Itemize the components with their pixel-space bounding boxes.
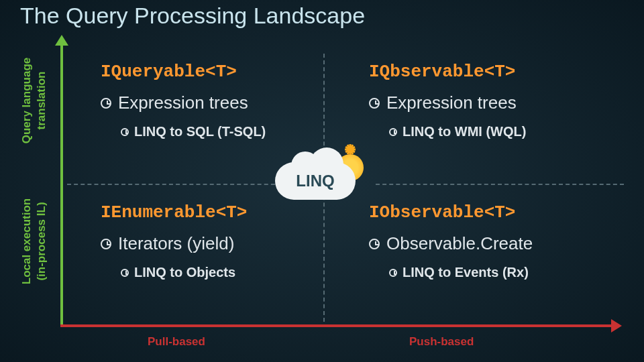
clock-icon (369, 98, 380, 109)
sub-text: LINQ to Objects (121, 265, 247, 280)
y-axis-label-top-line2: translation (35, 34, 48, 168)
main-label: Observable.Create (386, 233, 533, 254)
linq-cloud: LINQ (275, 162, 356, 200)
interface-iqueryable: IQueryable<T> (101, 62, 266, 82)
clock-icon (369, 239, 380, 249)
quadrant-top-left: IQueryable<T> Expression trees LINQ to S… (101, 62, 266, 139)
horizontal-divider-right (376, 184, 624, 185)
sub-label: LINQ to SQL (T-SQL) (134, 124, 266, 139)
y-axis (60, 44, 63, 326)
clock-icon (389, 269, 397, 277)
clock-icon (121, 269, 129, 277)
interface-iqbservable: IQbservable<T> (369, 62, 526, 82)
slide-title: The Query Processing Landscape (20, 3, 365, 29)
linq-label: LINQ (296, 172, 334, 190)
quadrant-top-right: IQbservable<T> Expression trees LINQ to … (369, 62, 526, 139)
y-axis-label-bottom-line2: (in-process IL) (35, 174, 48, 308)
sub-label: LINQ to Events (Rx) (402, 265, 529, 280)
sub-text: LINQ to Events (Rx) (389, 265, 533, 280)
clock-icon (389, 128, 397, 136)
quadrant-bottom-left: IEnumerable<T> Iterators (yield) LINQ to… (101, 202, 247, 280)
clock-icon (101, 98, 111, 109)
y-axis-label-top-line1: Query language (20, 34, 34, 168)
y-axis-label-bottom-line1: Local execution (20, 174, 34, 308)
main-text: Observable.Create (369, 233, 533, 254)
interface-ienumerable: IEnumerable<T> (101, 202, 247, 223)
main-label: Expression trees (386, 93, 517, 113)
main-label: Iterators (yield) (118, 233, 234, 254)
sub-label: LINQ to WMI (WQL) (402, 124, 526, 139)
quadrant-bottom-right: IObservable<T> Observable.Create LINQ to… (369, 202, 533, 280)
x-axis (60, 324, 612, 327)
interface-iobservable: IObservable<T> (369, 202, 533, 223)
sub-text: LINQ to WMI (WQL) (389, 124, 526, 139)
x-axis-label-right: Push-based (409, 335, 474, 349)
sub-label: LINQ to Objects (134, 265, 235, 280)
main-label: Expression trees (118, 93, 248, 113)
main-text: Expression trees (369, 93, 526, 113)
main-text: Expression trees (101, 93, 266, 113)
clock-icon (121, 128, 129, 136)
horizontal-divider-left (67, 184, 282, 185)
x-axis-label-left: Pull-based (148, 335, 205, 349)
main-text: Iterators (yield) (101, 233, 247, 254)
clock-icon (101, 239, 111, 249)
sub-text: LINQ to SQL (T-SQL) (121, 124, 266, 139)
